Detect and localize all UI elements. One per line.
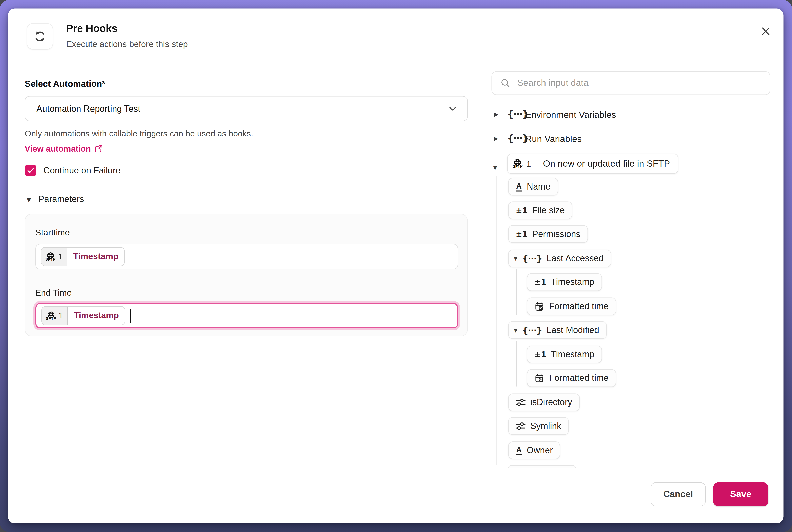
tree-item-environment-variables[interactable]: Environment Variables xyxy=(525,110,616,120)
calendar-clock-icon xyxy=(535,373,544,383)
automation-select-value: Automation Reporting Test xyxy=(36,103,447,114)
tree-item-la-timestamp[interactable]: ±1 Timestamp xyxy=(527,273,602,291)
continue-on-failure-checkbox[interactable] xyxy=(25,165,37,176)
calendar-clock-icon xyxy=(535,301,544,311)
caret-down-icon: ▼ xyxy=(514,327,518,333)
tree-item-owner[interactable]: A Owner xyxy=(508,441,560,459)
tree-node-sftp-trigger[interactable]: SFTP 1 On new or updated file in SFTP xyxy=(507,154,678,174)
tree-item-file-size[interactable]: ±1 File size xyxy=(508,202,572,220)
page-title: Pre Hooks xyxy=(66,22,118,34)
number-type-icon: ±1 xyxy=(516,206,528,215)
cancel-button[interactable]: Cancel xyxy=(651,482,706,506)
save-button[interactable]: Save xyxy=(713,482,768,506)
sftp-globe-icon: SFTP xyxy=(45,252,56,261)
sync-icon xyxy=(27,23,53,50)
text-type-icon: A xyxy=(516,182,522,192)
number-type-icon: ±1 xyxy=(516,230,528,239)
caret-right-icon[interactable]: ▶ xyxy=(494,111,498,118)
continue-on-failure-label: Continue on Failure xyxy=(43,165,121,176)
text-cursor xyxy=(130,309,131,323)
tree-guide-line xyxy=(516,269,517,315)
search-input-wrapper xyxy=(491,71,770,95)
tree-item-la-formatted-time[interactable]: Formatted time xyxy=(527,298,616,316)
text-type-icon: A xyxy=(516,445,522,455)
step-number: 1 xyxy=(58,252,62,261)
boolean-toggle-icon xyxy=(516,398,526,407)
search-input[interactable] xyxy=(516,77,762,89)
sftp-step-badge: SFTP 1 xyxy=(41,248,67,266)
number-type-icon: ±1 xyxy=(535,278,546,287)
object-braces-icon: {⋯} xyxy=(507,133,528,144)
object-braces-icon: {⋯} xyxy=(507,109,528,119)
sftp-node-label: On new or updated file in SFTP xyxy=(536,154,678,173)
boolean-toggle-icon xyxy=(516,422,526,431)
tree-item-symlink[interactable]: Symlink xyxy=(508,417,569,435)
view-automation-label: View automation xyxy=(25,144,91,154)
starttime-token-chip[interactable]: SFTP 1 Timestamp xyxy=(41,247,125,266)
caret-right-icon[interactable]: ▶ xyxy=(494,135,498,142)
caret-down-icon[interactable]: ▼ xyxy=(493,164,497,171)
external-link-icon xyxy=(94,145,103,153)
tree-guide-line xyxy=(497,176,497,465)
panel-divider xyxy=(481,63,481,468)
automation-helper-text: Only automations with callable triggers … xyxy=(25,129,253,139)
parameters-caret-down-icon[interactable]: ▼ xyxy=(27,196,31,203)
close-icon[interactable] xyxy=(757,23,774,40)
tree-item-name[interactable]: A Name xyxy=(508,178,558,195)
view-automation-link[interactable]: View automation xyxy=(25,144,103,154)
caret-down-icon: ▼ xyxy=(514,255,518,261)
automation-select[interactable]: Automation Reporting Test xyxy=(25,96,468,121)
footer-divider xyxy=(8,468,784,468)
search-icon xyxy=(500,78,511,89)
parameters-section-label: Parameters xyxy=(38,194,84,205)
sftp-step-badge: SFTP 1 xyxy=(42,307,68,325)
chevron-down-icon xyxy=(447,103,458,114)
endtime-input[interactable]: SFTP 1 Timestamp xyxy=(35,303,458,328)
token-value: Timestamp xyxy=(68,307,125,325)
tree-item-run-variables[interactable]: Run Variables xyxy=(525,134,582,145)
header-divider xyxy=(8,63,784,63)
tree-item-is-directory[interactable]: isDirectory xyxy=(508,394,580,411)
step-number: 1 xyxy=(59,311,63,320)
check-icon xyxy=(26,166,35,175)
parameters-card: Starttime SFTP 1 Timestamp En xyxy=(25,214,468,337)
number-type-icon: ±1 xyxy=(535,350,546,359)
starttime-input[interactable]: SFTP 1 Timestamp xyxy=(35,244,458,269)
step-number: 1 xyxy=(526,159,531,169)
tree-node-last-modified[interactable]: ▼ {⋯} Last Modified xyxy=(508,321,607,339)
sftp-globe-icon: SFTP xyxy=(513,159,523,169)
object-braces-icon: {⋯} xyxy=(522,253,542,264)
tree-node-last-accessed[interactable]: ▼ {⋯} Last Accessed xyxy=(508,249,611,267)
select-automation-label: Select Automation* xyxy=(25,79,105,90)
tree-guide-line xyxy=(516,341,517,386)
object-braces-icon: {⋯} xyxy=(522,325,542,335)
token-value: Timestamp xyxy=(67,248,124,266)
endtime-token-chip[interactable]: SFTP 1 Timestamp xyxy=(41,306,125,325)
sftp-globe-icon: SFTP xyxy=(46,311,56,320)
starttime-label: Starttime xyxy=(35,228,70,238)
tree-item-permissions[interactable]: ±1 Permissions xyxy=(508,225,588,243)
tree-item-lm-formatted-time[interactable]: Formatted time xyxy=(527,369,616,387)
tree-item-lm-timestamp[interactable]: ±1 Timestamp xyxy=(527,345,602,363)
page-subtitle: Execute actions before this step xyxy=(66,39,188,50)
endtime-label: End Time xyxy=(35,288,72,298)
pre-hooks-modal: Pre Hooks Execute actions before this st… xyxy=(8,9,784,524)
